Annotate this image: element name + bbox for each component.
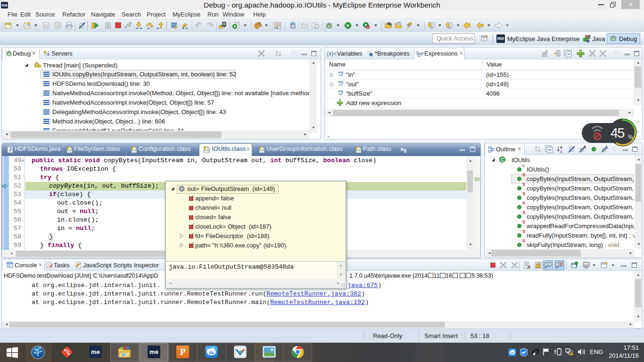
- svg-text:J: J: [588, 34, 591, 40]
- svg-text:du: du: [511, 351, 514, 354]
- svg-text:z: z: [561, 149, 562, 153]
- svg-text:010: 010: [259, 149, 264, 152]
- svg-text:!: !: [571, 353, 572, 355]
- svg-text:010: 010: [132, 149, 137, 152]
- svg-text:45: 45: [611, 125, 624, 140]
- svg-text:J: J: [9, 147, 12, 152]
- svg-text:x=: x=: [418, 55, 421, 58]
- svg-text:010: 010: [67, 149, 72, 152]
- svg-text:du: du: [209, 350, 214, 355]
- svg-text:%: %: [628, 134, 633, 140]
- svg-text:010: 010: [204, 149, 209, 152]
- svg-text:010: 010: [356, 149, 361, 152]
- svg-text:2.0: 2.0: [291, 25, 295, 28]
